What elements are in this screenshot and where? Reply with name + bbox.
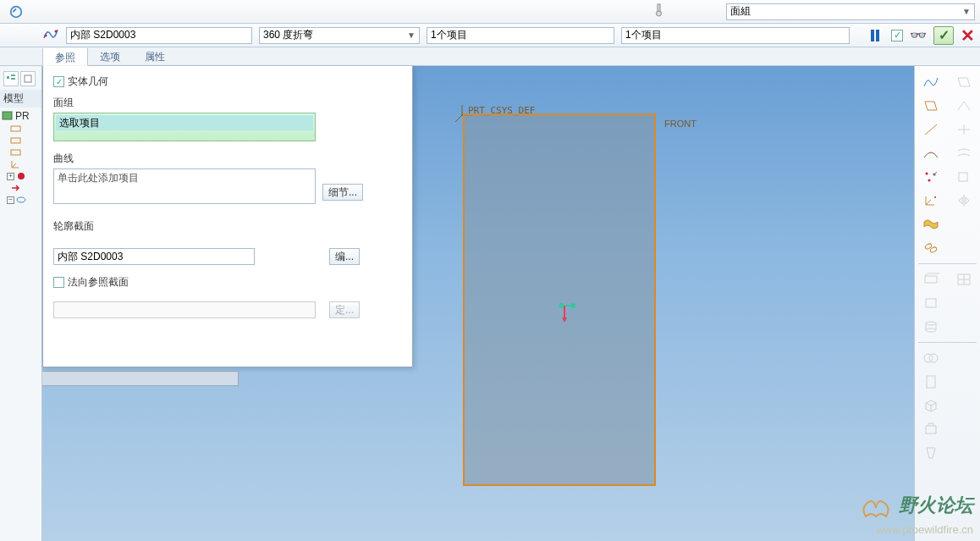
svg-rect-12 (11, 150, 20, 155)
watermark-url: www.proewildfire.cn (859, 523, 973, 536)
items1-input[interactable]: 1个项目 (427, 27, 614, 44)
edit-button-label: 编... (335, 250, 354, 264)
surface-group-collector[interactable]: 选取项目 (53, 113, 316, 141)
tool-points-icon[interactable] (920, 168, 942, 186)
svg-point-28 (934, 196, 936, 198)
svg-point-14 (17, 197, 25, 202)
model-tree[interactable]: PR + − (0, 108, 41, 207)
tool-blank-4 (953, 317, 975, 336)
detail-button-label: 细节... (328, 185, 357, 200)
app-icon (5, 3, 27, 21)
svg-point-0 (11, 6, 22, 17)
select-item-row[interactable]: 选取项目 (56, 115, 313, 130)
tool-line-icon[interactable] (920, 120, 942, 139)
tab-properties[interactable]: 属性 (133, 47, 178, 65)
svg-rect-8 (25, 75, 31, 82)
tree-root-label: PR (15, 110, 30, 122)
tool-extend-icon[interactable] (953, 97, 975, 115)
tab-reference-label: 参照 (55, 52, 75, 63)
tool-cylinder-icon[interactable] (920, 317, 942, 336)
tool-shell-icon[interactable] (920, 420, 942, 439)
collapse-icon[interactable]: − (7, 196, 14, 204)
tree-datum-3[interactable] (2, 146, 40, 158)
bend-select[interactable]: 360 度折弯 ▼ (259, 27, 420, 44)
svg-point-37 (924, 354, 933, 362)
surface-group-select[interactable]: 面組 ▼ (726, 3, 975, 20)
tab-options[interactable]: 选项 (88, 47, 133, 65)
ok-button[interactable]: ✓ (933, 26, 954, 45)
curve-label: 曲线 (53, 152, 402, 166)
svg-point-4 (55, 30, 58, 33)
normal-ref-checkbox[interactable]: ✓ 法向参照截面 (53, 275, 402, 290)
tool-grid-icon[interactable] (953, 270, 975, 289)
tool-blank-6 (953, 373, 975, 391)
tool-ribbon-icon[interactable] (920, 215, 942, 234)
tree-insert-arrow[interactable] (2, 182, 40, 194)
model-label: 模型 (0, 90, 41, 108)
tool-project-icon[interactable] (953, 168, 975, 186)
edit-button[interactable]: 编... (329, 248, 360, 265)
tool-box-icon[interactable] (920, 294, 942, 312)
tool-cube-icon[interactable] (920, 396, 942, 415)
glasses-icon[interactable]: 👓 (910, 27, 927, 43)
pause-button[interactable] (871, 29, 884, 42)
normal-ref-label: 法向参照截面 (68, 275, 129, 290)
svg-point-20 (570, 303, 575, 308)
tree-tab-1[interactable] (3, 71, 19, 86)
tool-blank-3 (953, 294, 975, 312)
profile-input[interactable]: 内部 S2D0003 (53, 248, 255, 265)
profile-section-label: 轮廓截面 (53, 219, 402, 234)
define-button: 定... (329, 301, 360, 318)
chevron-down-icon: ▼ (962, 7, 971, 16)
solid-geom-checkbox[interactable]: ✓ 实体几何 (53, 75, 402, 89)
tree-tab-2[interactable] (20, 71, 36, 86)
watermark: 野火论坛 www.proewildfire.cn (859, 493, 973, 536)
tool-blank-7 (953, 396, 975, 415)
normal-ref-input (53, 301, 316, 318)
tool-draft-icon[interactable] (920, 444, 942, 462)
right-toolbar (914, 66, 980, 541)
tree-csys[interactable] (2, 158, 40, 170)
tool-mirror-icon[interactable] (953, 191, 975, 210)
tool-blank-9 (953, 444, 975, 462)
select-item-text: 选取项目 (59, 116, 100, 130)
tool-merge-icon[interactable] (920, 349, 942, 367)
bend-value: 360 度折弯 (263, 28, 313, 42)
tool-chain-icon[interactable] (920, 239, 942, 257)
svg-point-2 (657, 11, 662, 16)
tool-wrap-icon[interactable] (920, 270, 942, 289)
tree-feature-1[interactable]: + (2, 170, 40, 182)
tab-options-label: 选项 (100, 51, 120, 63)
expand-icon[interactable]: + (7, 173, 14, 180)
tree-datum-2[interactable] (2, 135, 40, 146)
tool-blank-1 (953, 215, 975, 234)
tool-quad-icon[interactable] (920, 97, 942, 115)
svg-rect-9 (3, 112, 12, 119)
tab-reference[interactable]: 参照 (42, 48, 88, 66)
tree-root[interactable]: PR (2, 109, 40, 123)
surface-group-label: 面组 (53, 96, 402, 110)
svg-line-17 (455, 115, 462, 122)
detail-button[interactable]: 细节... (322, 184, 363, 201)
tool-spline-icon[interactable] (920, 144, 942, 163)
tool-trim-icon[interactable] (953, 120, 975, 139)
panel-resize-handle[interactable] (42, 371, 239, 386)
tool-surface-icon[interactable] (953, 73, 975, 91)
checkbox-checked-icon: ✓ (53, 76, 64, 87)
tool-blank-8 (953, 420, 975, 439)
solid-geom-label: 实体几何 (68, 75, 108, 89)
preview-checkbox[interactable]: ✓ (891, 30, 903, 41)
items2-input[interactable]: 1个项目 (621, 27, 850, 44)
curve-collector[interactable]: 单击此处添加项目 (53, 168, 316, 204)
tool-page-icon[interactable] (920, 373, 942, 391)
tool-offset-icon[interactable] (953, 144, 975, 163)
tree-datum-1[interactable] (2, 123, 40, 135)
svg-marker-22 (562, 317, 567, 323)
cancel-button[interactable]: ✕ (961, 25, 975, 46)
internal-ref-input[interactable]: 内部 S2D0003 (66, 27, 252, 44)
sweep-icon (42, 26, 59, 44)
tool-curve-icon[interactable] (920, 73, 942, 91)
tool-csys-icon[interactable] (920, 191, 942, 210)
tree-feature-2[interactable]: − (2, 194, 40, 206)
svg-point-38 (929, 354, 938, 362)
